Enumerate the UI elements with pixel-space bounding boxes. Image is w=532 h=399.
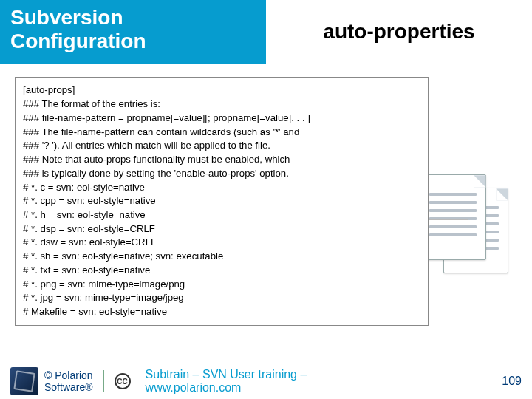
- code-line: # *. h = svn: eol-style=native: [23, 208, 420, 222]
- slide-body: [auto-props]### The format of the entrie…: [0, 64, 532, 359]
- page-number: 109: [502, 375, 522, 388]
- code-line: # *. c = svn: eol-style=native: [23, 181, 420, 195]
- copyright-text: © Polarion Software®: [44, 369, 93, 393]
- document-page-icon: [421, 174, 486, 260]
- footer-divider: [103, 370, 104, 392]
- document-stack-icon: [421, 174, 510, 285]
- footer-center-text: Subtrain – SVN User training – www.polar…: [146, 368, 502, 394]
- code-line: # *. dsw = svn: eol-style=CRLF: [23, 236, 420, 250]
- slide-header: Subversion Configuration auto-properties: [0, 0, 532, 64]
- code-line: [auto-props]: [23, 83, 420, 98]
- slide-footer: © Polarion Software® CC Subtrain – SVN U…: [0, 364, 532, 399]
- code-line: # *. sh = svn: eol-style=native; svn: ex…: [23, 250, 420, 264]
- code-line: ### '? '). All entries which match will …: [23, 139, 420, 153]
- code-line: # *. dsp = svn: eol-style=CRLF: [23, 222, 420, 236]
- code-line: # *. jpg = svn: mime-type=image/jpeg: [23, 291, 420, 305]
- header-right-title: auto-properties: [323, 20, 474, 44]
- header-right: auto-properties: [266, 0, 532, 64]
- code-line: # Makefile = svn: eol-style=native: [23, 305, 420, 319]
- header-left: Subversion Configuration: [0, 0, 266, 64]
- code-line: # *. png = svn: mime-type=image/png: [23, 278, 420, 292]
- slide: Subversion Configuration auto-properties…: [0, 0, 532, 399]
- polarion-logo-icon: [10, 367, 38, 395]
- code-line: ### The file-name-pattern can contain wi…: [23, 126, 420, 140]
- code-line: # *. txt = svn: eol-style=native: [23, 264, 420, 278]
- code-line: ### file-name-pattern = propname[=value]…: [23, 112, 420, 126]
- cc-license-icon: CC: [115, 373, 131, 389]
- config-snippet: [auto-props]### The format of the entrie…: [15, 77, 429, 325]
- code-line: ### is typically done by setting the 'en…: [23, 167, 420, 181]
- header-left-title: Subversion Configuration: [10, 6, 256, 53]
- code-line: ### Note that auto-props functionality m…: [23, 153, 420, 167]
- code-line: # *. cpp = svn: eol-style=native: [23, 194, 420, 208]
- code-line: ### The format of the entries is:: [23, 98, 420, 112]
